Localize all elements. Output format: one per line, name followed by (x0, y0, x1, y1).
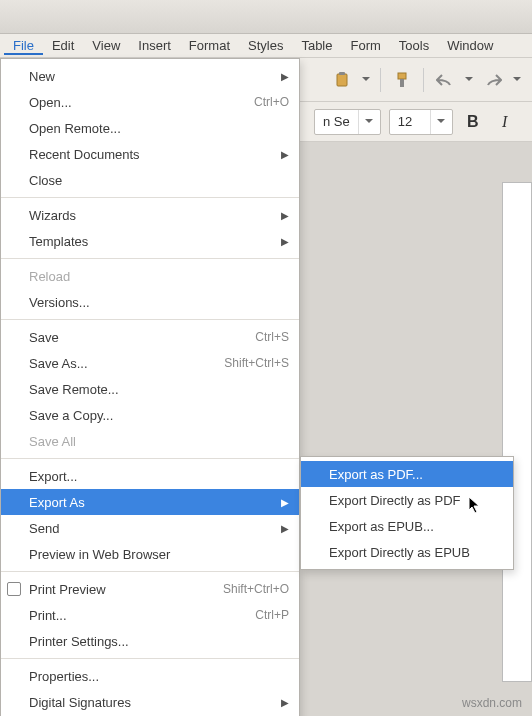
chevron-down-icon[interactable] (462, 77, 476, 82)
checkbox-icon (7, 582, 21, 596)
menu-table[interactable]: Table (292, 36, 341, 55)
menu-item-close[interactable]: Close (1, 167, 299, 193)
menu-divider (1, 571, 299, 572)
menu-item-print[interactable]: Print...Ctrl+P (1, 602, 299, 628)
chevron-right-icon: ▶ (281, 210, 289, 221)
font-name-value: n Se (315, 114, 358, 129)
submenu-item-export-pdf[interactable]: Export as PDF... (301, 461, 513, 487)
chevron-right-icon: ▶ (281, 236, 289, 247)
clone-formatting-icon[interactable] (389, 67, 415, 93)
font-name-combo[interactable]: n Se (314, 109, 381, 135)
submenu-item-export-directly-pdf[interactable]: Export Directly as PDF (301, 487, 513, 513)
menu-format[interactable]: Format (180, 36, 239, 55)
menu-item-export[interactable]: Export... (1, 463, 299, 489)
menu-divider (1, 658, 299, 659)
menu-divider (1, 258, 299, 259)
window-titlebar (0, 0, 532, 34)
svg-rect-3 (400, 79, 404, 87)
redo-icon[interactable] (480, 67, 506, 93)
menu-item-export-as[interactable]: Export As▶ (1, 489, 299, 515)
document-page[interactable] (502, 182, 532, 682)
italic-button[interactable]: I (493, 110, 517, 134)
menu-item-versions[interactable]: Versions... (1, 289, 299, 315)
menu-item-open[interactable]: Open...Ctrl+O (1, 89, 299, 115)
chevron-down-icon[interactable] (359, 77, 373, 82)
menu-window[interactable]: Window (438, 36, 502, 55)
menu-item-reload: Reload (1, 263, 299, 289)
menu-item-save-copy[interactable]: Save a Copy... (1, 402, 299, 428)
menu-item-new[interactable]: New▶ (1, 63, 299, 89)
chevron-right-icon: ▶ (281, 149, 289, 160)
bold-button[interactable]: B (461, 110, 485, 134)
menu-file[interactable]: File (4, 36, 43, 55)
menu-styles[interactable]: Styles (239, 36, 292, 55)
menu-divider (1, 197, 299, 198)
menu-item-open-remote[interactable]: Open Remote... (1, 115, 299, 141)
svg-rect-0 (337, 74, 347, 86)
menu-item-digital-signatures[interactable]: Digital Signatures▶ (1, 689, 299, 715)
submenu-item-export-directly-epub[interactable]: Export Directly as EPUB (301, 539, 513, 565)
chevron-down-icon[interactable] (510, 77, 524, 82)
chevron-down-icon[interactable] (358, 110, 380, 134)
menu-item-templates[interactable]: Templates▶ (1, 228, 299, 254)
font-size-value: 12 (390, 114, 430, 129)
menu-item-save[interactable]: SaveCtrl+S (1, 324, 299, 350)
menubar: File Edit View Insert Format Styles Tabl… (0, 34, 532, 58)
chevron-right-icon: ▶ (281, 523, 289, 534)
export-as-submenu: Export as PDF... Export Directly as PDF … (300, 456, 514, 570)
menu-item-save-all: Save All (1, 428, 299, 454)
toolbar-separator (380, 68, 381, 92)
menu-tools[interactable]: Tools (390, 36, 438, 55)
chevron-right-icon: ▶ (281, 497, 289, 508)
chevron-right-icon: ▶ (281, 697, 289, 708)
menu-item-recent-documents[interactable]: Recent Documents▶ (1, 141, 299, 167)
menu-form[interactable]: Form (341, 36, 389, 55)
menu-edit[interactable]: Edit (43, 36, 83, 55)
menu-item-properties[interactable]: Properties... (1, 663, 299, 689)
menu-item-save-as[interactable]: Save As...Shift+Ctrl+S (1, 350, 299, 376)
svg-rect-2 (398, 73, 406, 79)
menu-item-send[interactable]: Send▶ (1, 515, 299, 541)
menu-item-preview-browser[interactable]: Preview in Web Browser (1, 541, 299, 567)
menu-item-print-preview[interactable]: Print PreviewShift+Ctrl+O (1, 576, 299, 602)
file-menu-dropdown: New▶ Open...Ctrl+O Open Remote... Recent… (0, 58, 300, 716)
menu-insert[interactable]: Insert (129, 36, 180, 55)
paste-icon[interactable] (329, 67, 355, 93)
menu-divider (1, 319, 299, 320)
watermark-text: wsxdn.com (462, 696, 522, 710)
font-size-combo[interactable]: 12 (389, 109, 453, 135)
toolbar-separator (423, 68, 424, 92)
menu-view[interactable]: View (83, 36, 129, 55)
chevron-right-icon: ▶ (281, 71, 289, 82)
undo-icon[interactable] (432, 67, 458, 93)
menu-item-wizards[interactable]: Wizards▶ (1, 202, 299, 228)
menu-item-printer-settings[interactable]: Printer Settings... (1, 628, 299, 654)
chevron-down-icon[interactable] (430, 110, 452, 134)
svg-rect-1 (339, 72, 345, 75)
menu-divider (1, 458, 299, 459)
menu-item-save-remote[interactable]: Save Remote... (1, 376, 299, 402)
submenu-item-export-epub[interactable]: Export as EPUB... (301, 513, 513, 539)
